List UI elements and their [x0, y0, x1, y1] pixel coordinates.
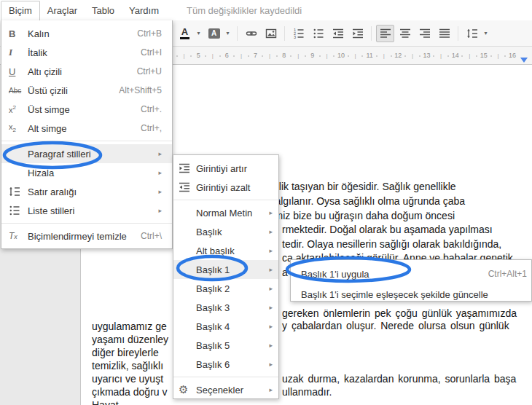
strikethrough-icon: Abc: [9, 87, 28, 95]
document-text-line: temizlik, sağlıklı: [92, 360, 163, 372]
insert-image-button[interactable]: [262, 25, 280, 42]
submenu-arrow-icon: ▸: [269, 361, 273, 368]
styles-menu-item-başlık-1[interactable]: Başlık 1▸: [173, 260, 278, 279]
align-right-button[interactable]: [415, 25, 434, 42]
ruler-number: 13: [423, 52, 431, 59]
align-left-button[interactable]: [376, 25, 394, 42]
submenu-arrow-icon: ▸: [158, 188, 162, 195]
menu-item-label: Üst simge: [28, 104, 132, 115]
format-menu-item-üst-simge[interactable]: x2Üst simgeCtrl+.: [1, 100, 172, 119]
align-left-icon: [380, 28, 391, 39]
insert-link-button[interactable]: [242, 25, 260, 42]
justify-button[interactable]: [435, 25, 453, 42]
line-spacing-dropdown-caret[interactable]: ▾: [482, 25, 490, 42]
ruler-tick: |: [355, 52, 356, 59]
text-color-dropdown-caret[interactable]: ▾: [195, 25, 203, 42]
ruler-number: 9: [310, 52, 314, 59]
format-menu-item-alt-simge[interactable]: x2Alt simgeCtrl+,: [1, 119, 172, 138]
styles-menu-item-başlık-6[interactable]: Başlık 6▸: [173, 355, 278, 374]
ruler-dot: [176, 55, 178, 57]
menu-item-shortcut: Ctrl+.: [141, 104, 162, 114]
format-menu-item-üstü-çizili[interactable]: AbcÜstü çiziliAlt+Shift+5: [1, 81, 172, 100]
format-menu-item-hizala[interactable]: Hizala▸: [1, 163, 172, 182]
ruler-dot: [319, 55, 321, 57]
document-text-line: çıkmada doğru v: [92, 386, 168, 398]
menubar-item-biçim[interactable]: Biçim: [1, 1, 40, 20]
format-menu-item-i-talik[interactable]: IİtalikCtrl+I: [1, 43, 172, 62]
highlight-color-button[interactable]: A: [205, 25, 223, 42]
submenu-arrow-icon: ▸: [158, 150, 162, 157]
format-menu-item-kalın[interactable]: BKalınCtrl+B: [1, 24, 172, 43]
ruler-dot: [348, 55, 349, 57]
format-menu-item-altı-çizili[interactable]: UAltı çiziliCtrl+U: [1, 62, 172, 81]
ruler-dot: [333, 55, 335, 57]
ruler-dot: [433, 55, 434, 57]
format-menu-item-biçimlendirmeyi-temizle[interactable]: TxBiçimlendirmeyi temizleCtrl+\: [1, 227, 172, 245]
text-color-button[interactable]: A: [176, 25, 194, 42]
styles-menu-item-başlık-5[interactable]: Başlık 5▸: [173, 336, 278, 355]
format-menu-item-liste-stilleri[interactable]: Liste stilleri▸: [1, 201, 172, 220]
menu-item-label: Alt başlık: [196, 245, 262, 256]
styles-menu-item-alt-başlık[interactable]: Alt başlık▸: [173, 241, 278, 260]
menu-item-shortcut: Ctrl+Alt+1: [488, 269, 527, 279]
menu-item-shortcut: Ctrl+B: [137, 28, 162, 39]
styles-menu-item-girintiyi-artır[interactable]: Girintiyi artır: [173, 159, 278, 178]
document-text-line: uyarıcı ve uyuşt: [92, 373, 163, 385]
ruler-dot: [219, 55, 221, 57]
document-text-line: Hayat: [92, 399, 119, 405]
menubar-item-yardım[interactable]: Yardım: [122, 1, 166, 20]
line-spacing-button[interactable]: [463, 25, 481, 42]
right-indent-marker[interactable]: [520, 58, 528, 63]
styles-menu-item-girintiyi-azalt[interactable]: Girintiyi azalt: [173, 178, 278, 197]
outdent-button[interactable]: [329, 25, 347, 42]
menubar-item-tablo[interactable]: Tablo: [85, 1, 122, 20]
document-text-line: diğer bireylerle: [92, 347, 159, 359]
ruler-tick: |: [440, 52, 442, 59]
align-center-button[interactable]: [396, 25, 414, 42]
submenu-arrow-icon: ▸: [269, 386, 273, 393]
menu-item-label: Kalın: [28, 28, 128, 39]
styles-menu-item-başlık-2[interactable]: Başlık 2▸: [173, 279, 278, 298]
ruler-dot: [248, 55, 249, 57]
image-icon: [265, 28, 277, 39]
menu-item-label: Biçimlendirmeyi temizle: [28, 231, 132, 242]
submenu-arrow-icon: ▸: [269, 266, 273, 273]
menu-item-shortcut: Ctrl+I: [141, 47, 162, 58]
submenu-arrow-icon: ▸: [269, 228, 273, 235]
document-text-line: tedir. Olaya nesillerin sağlığı olarak b…: [282, 238, 501, 251]
menu-item-label: Başlık 2: [196, 283, 262, 294]
text-color-icon: A: [180, 27, 189, 39]
styles-menu-item-başlık[interactable]: Başlık▸: [173, 222, 278, 241]
menu-item-label: Başlık 3: [196, 302, 262, 313]
menu-item-label: Girintiyi artır: [196, 163, 273, 174]
save-status: Tüm değişiklikler kaydedildi: [187, 5, 302, 16]
menubar-item-araçlar[interactable]: Araçlar: [40, 1, 85, 20]
subscript-icon: x2: [9, 122, 28, 133]
menu-separator: [1, 141, 172, 141]
line-spacing-icon: [9, 186, 28, 197]
menu-item-label: Başlık 5: [196, 340, 262, 351]
indent-icon: [352, 28, 364, 39]
toolbar-separator: [284, 26, 285, 41]
format-menu-item-satır-aralığı[interactable]: Satır aralığı▸: [1, 182, 172, 201]
ruler-dot: [233, 55, 235, 57]
highlight-color-dropdown-caret[interactable]: ▾: [224, 25, 232, 42]
line-spacing-icon: [466, 28, 478, 39]
indent-button[interactable]: [348, 25, 367, 42]
menu-item-label: Başlık: [196, 227, 262, 237]
numbered-list-button[interactable]: 123: [289, 25, 308, 42]
styles-menu-item-seçenekler[interactable]: ⚙Seçenekler▸: [173, 380, 278, 399]
heading1-menu-item-başlık-1-i-seçimle-eşleşecek-şekilde-güncelle[interactable]: Başlık 1'i seçimle eşleşecek şekilde gün…: [291, 284, 531, 304]
ruler-tick: |: [212, 52, 214, 59]
heading1-menu-item-başlık-1-i-uygula[interactable]: Başlık 1'i uygulaCtrl+Alt+1: [291, 264, 531, 284]
ruler-dot: [190, 55, 192, 57]
format-menu-item-paragraf-stilleri[interactable]: Paragraf stilleri▸: [1, 144, 172, 163]
ruler-dot: [461, 55, 463, 57]
styles-menu-item-normal-metin[interactable]: Normal Metin▸: [173, 203, 278, 222]
styles-menu-item-başlık-4[interactable]: Başlık 4▸: [173, 317, 278, 336]
ruler-dot: [361, 55, 363, 57]
format-menu-panel: BKalınCtrl+BIİtalikCtrl+IUAltı çiziliCtr…: [1, 20, 173, 249]
styles-menu-item-başlık-3[interactable]: Başlık 3▸: [173, 298, 278, 317]
bullet-list-button[interactable]: [309, 25, 327, 42]
gear-icon: ⚙: [179, 383, 196, 396]
